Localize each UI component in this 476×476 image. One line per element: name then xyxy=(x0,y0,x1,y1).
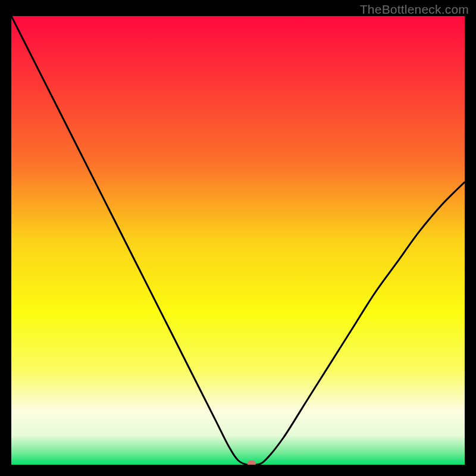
gradient-background xyxy=(11,16,465,465)
marker-dot xyxy=(248,461,256,465)
chart-plot-area xyxy=(11,16,465,465)
watermark-text: TheBottleneck.com xyxy=(360,2,469,17)
chart-container: TheBottleneck.com xyxy=(0,0,476,476)
chart-svg xyxy=(11,16,465,465)
